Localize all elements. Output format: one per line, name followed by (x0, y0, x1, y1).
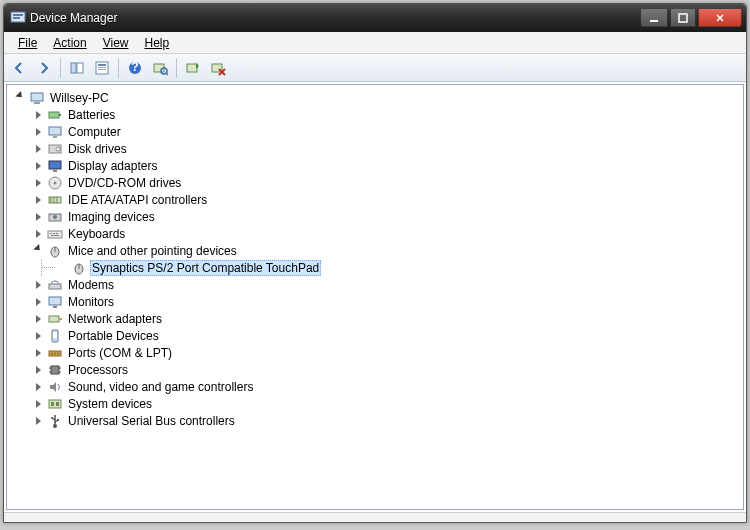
expand-collapse-icon[interactable] (35, 144, 44, 153)
minimize-button[interactable] (640, 9, 668, 27)
update-driver-button[interactable] (182, 57, 204, 79)
svg-rect-39 (56, 233, 58, 234)
tree-node[interactable]: System devices (35, 395, 737, 412)
expand-collapse-icon[interactable] (35, 212, 44, 221)
expand-collapse-icon[interactable] (35, 314, 44, 323)
ide-icon (47, 192, 63, 208)
portable-icon (47, 328, 63, 344)
menu-help[interactable]: Help (137, 34, 178, 52)
window-title: Device Manager (30, 11, 117, 25)
menu-view[interactable]: View (95, 34, 137, 52)
toolbar-separator (118, 58, 119, 78)
keyboard-icon (47, 226, 63, 242)
svg-rect-46 (49, 297, 61, 305)
expand-collapse-icon[interactable] (35, 246, 44, 255)
expand-collapse-icon[interactable] (35, 195, 44, 204)
help-button[interactable]: ? (124, 57, 146, 79)
usb-icon (47, 413, 63, 429)
tree-node-label: Willsey-PC (48, 91, 111, 105)
svg-point-54 (54, 352, 56, 354)
svg-rect-22 (49, 127, 61, 135)
expand-collapse-icon[interactable] (35, 331, 44, 340)
close-button[interactable] (698, 9, 742, 27)
show-hide-console-tree-button[interactable] (66, 57, 88, 79)
expand-collapse-icon[interactable] (35, 161, 44, 170)
tree-node[interactable]: Network adapters (35, 310, 737, 327)
tree-node-label: Imaging devices (66, 210, 157, 224)
tree-node[interactable]: Ports (COM & LPT) (35, 344, 737, 361)
svg-rect-27 (53, 170, 57, 172)
window-controls (640, 9, 742, 27)
svg-rect-21 (59, 114, 61, 116)
svg-text:?: ? (131, 60, 138, 74)
tree-node[interactable]: Sound, video and game controllers (35, 378, 737, 395)
expand-collapse-icon[interactable] (35, 399, 44, 408)
tree-node-label: Mice and other pointing devices (66, 244, 239, 258)
back-button[interactable] (8, 57, 30, 79)
tree-node-label: IDE ATA/ATAPI controllers (66, 193, 209, 207)
uninstall-button[interactable] (207, 57, 229, 79)
expand-collapse-icon[interactable] (35, 178, 44, 187)
optical-icon (47, 175, 63, 191)
svg-rect-9 (98, 67, 106, 68)
menu-action[interactable]: Action (45, 34, 94, 52)
tree-node[interactable]: Batteries (35, 106, 737, 123)
expand-collapse-icon[interactable] (35, 110, 44, 119)
tree-node[interactable]: Imaging devices (35, 208, 737, 225)
tree-node-label: Disk drives (66, 142, 129, 156)
maximize-button[interactable] (670, 9, 696, 27)
tree-node-label: Modems (66, 278, 116, 292)
svg-point-35 (53, 215, 57, 219)
network-icon (47, 311, 63, 327)
expand-collapse-icon[interactable] (35, 280, 44, 289)
titlebar[interactable]: Device Manager (4, 4, 746, 32)
tree-node-label: Processors (66, 363, 130, 377)
tree-node[interactable]: Mice and other pointing devices (35, 242, 737, 259)
tree-node[interactable]: Portable Devices (35, 327, 737, 344)
tree-node[interactable]: Universal Serial Bus controllers (35, 412, 737, 429)
svg-rect-40 (51, 235, 59, 236)
svg-point-25 (56, 147, 60, 151)
device-tree-pane[interactable]: Willsey-PCBatteriesComputerDisk drivesDi… (6, 84, 744, 510)
tree-node[interactable]: Synaptics PS/2 Port Compatible TouchPad (59, 259, 737, 276)
forward-button[interactable] (33, 57, 55, 79)
toolbar-separator (176, 58, 177, 78)
computer-icon (47, 124, 63, 140)
tree-node[interactable]: Monitors (35, 293, 737, 310)
tree-node[interactable]: Processors (35, 361, 737, 378)
tree-node-label: Keyboards (66, 227, 127, 241)
tree-node-label: DVD/CD-ROM drives (66, 176, 183, 190)
expand-collapse-icon[interactable] (35, 348, 44, 357)
svg-rect-6 (77, 63, 83, 73)
scan-hardware-button[interactable] (149, 57, 171, 79)
tree-node[interactable]: Display adapters (35, 157, 737, 174)
svg-rect-5 (71, 63, 76, 73)
expand-collapse-icon[interactable] (17, 93, 26, 102)
tree-node[interactable]: DVD/CD-ROM drives (35, 174, 737, 191)
expand-collapse-icon[interactable] (35, 365, 44, 374)
expand-collapse-icon[interactable] (35, 382, 44, 391)
tree-node-label: Ports (COM & LPT) (66, 346, 174, 360)
expand-collapse-icon[interactable] (35, 297, 44, 306)
properties-button[interactable] (91, 57, 113, 79)
svg-rect-2 (13, 17, 20, 19)
expand-collapse-icon[interactable] (35, 127, 44, 136)
tree-node[interactable]: Computer (35, 123, 737, 140)
disk-icon (47, 141, 63, 157)
svg-rect-63 (56, 402, 59, 406)
svg-point-55 (57, 352, 59, 354)
tree-node[interactable]: Modems (35, 276, 737, 293)
tree-node[interactable]: Keyboards (35, 225, 737, 242)
tree-root-node[interactable]: Willsey-PC (17, 89, 737, 106)
tree-node[interactable]: IDE ATA/ATAPI controllers (35, 191, 737, 208)
tree-node-label: Monitors (66, 295, 116, 309)
svg-line-15 (166, 73, 168, 75)
svg-rect-3 (650, 20, 658, 22)
tree-node-label: Sound, video and game controllers (66, 380, 255, 394)
expand-collapse-icon[interactable] (35, 229, 44, 238)
imaging-icon (47, 209, 63, 225)
tree-node-label: Network adapters (66, 312, 164, 326)
tree-node[interactable]: Disk drives (35, 140, 737, 157)
menu-file[interactable]: File (10, 34, 45, 52)
expand-collapse-icon[interactable] (35, 416, 44, 425)
